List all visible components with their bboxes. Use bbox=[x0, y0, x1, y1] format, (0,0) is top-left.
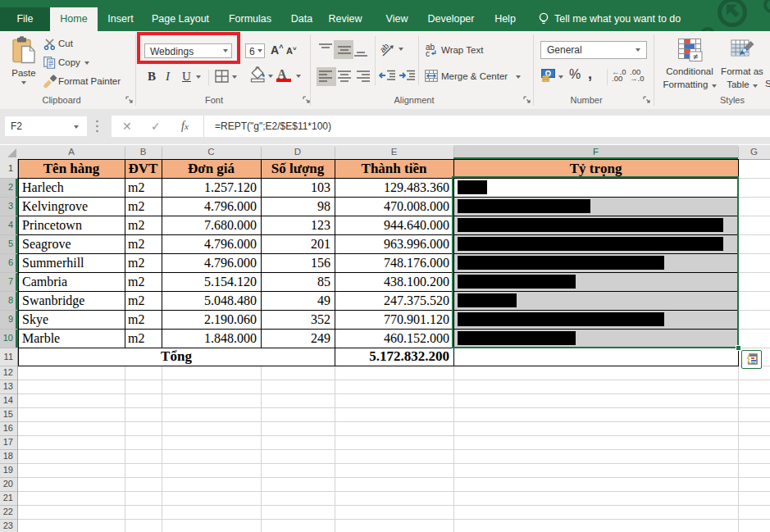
svg-text:c: c bbox=[426, 49, 430, 57]
svg-text:≠: ≠ bbox=[693, 52, 698, 61]
